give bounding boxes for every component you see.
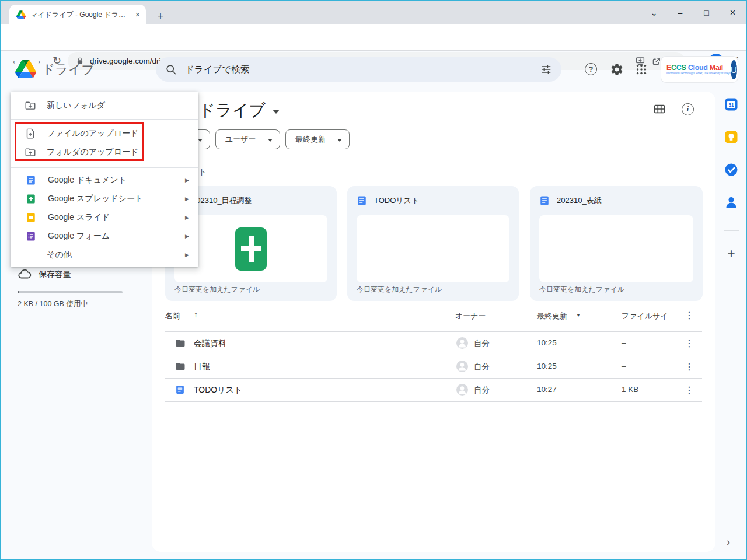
storage-progress-track xyxy=(18,291,123,293)
owner-name: 自分 xyxy=(474,385,490,396)
menu-item-label: 新しいフォルダ xyxy=(47,100,105,111)
slides-icon xyxy=(25,212,37,223)
docs-icon xyxy=(357,195,367,206)
menu-item-google-slides[interactable]: Google スライド ▶ xyxy=(11,208,198,227)
menu-item-google-docs[interactable]: Google ドキュメント ▶ xyxy=(11,171,198,190)
drive-logo-icon[interactable] xyxy=(15,60,36,78)
table-row[interactable]: 日報 自分 10:25 – ⋮ xyxy=(165,355,702,378)
browser-toolbar: ← → ↻ drive.google.com/drive/my-drive ☆ … xyxy=(1,24,746,51)
window-chevron-icon[interactable]: ⌄ xyxy=(641,1,667,24)
settings-gear-icon[interactable] xyxy=(610,62,624,76)
divider xyxy=(11,167,198,168)
account-badge[interactable]: ECCS Cloud Mail Information Technology C… xyxy=(661,57,738,82)
row-more-icon[interactable]: ⋮ xyxy=(685,338,694,349)
column-header-size[interactable]: ファイルサイ xyxy=(622,311,668,321)
drive-product-name: ドライブ xyxy=(42,61,95,78)
new-folder-icon xyxy=(25,100,36,111)
file-size: – xyxy=(622,338,626,347)
svg-text:31: 31 xyxy=(728,103,734,108)
file-size: – xyxy=(622,362,626,370)
row-more-icon[interactable]: ⋮ xyxy=(685,361,694,372)
owner-avatar xyxy=(456,337,468,349)
tab-close-icon[interactable]: × xyxy=(134,10,141,19)
hide-side-panel-icon[interactable]: › xyxy=(727,536,730,548)
modified-time: 10:27 xyxy=(537,385,557,394)
chip-label: 最終更新 xyxy=(295,134,326,145)
drive-account-avatar[interactable]: U xyxy=(731,60,737,79)
menu-item-more[interactable]: その他 ▶ xyxy=(11,246,198,264)
browser-tab[interactable]: マイドライブ - Google ドライブ × xyxy=(9,5,146,24)
column-settings-icon[interactable]: ⋮ xyxy=(685,310,694,321)
annotation-highlight-box xyxy=(15,123,144,161)
window-close-button[interactable]: × xyxy=(720,1,746,24)
suggested-card[interactable]: 202310_表紙 今日変更を加えたファイル xyxy=(530,186,703,301)
help-icon[interactable]: ? xyxy=(585,63,597,75)
filter-chip-user[interactable]: ユーザー xyxy=(215,130,280,149)
owner-avatar xyxy=(456,384,468,396)
suggested-card[interactable]: TODOリスト 今日変更を加えたファイル xyxy=(347,186,519,301)
divider xyxy=(165,401,702,402)
get-addons-icon[interactable]: + xyxy=(724,247,738,261)
sort-ascending-icon[interactable]: ↑ xyxy=(194,310,198,319)
filter-chip-modified[interactable]: 最終更新 xyxy=(285,130,350,149)
window-titlebar: マイドライブ - Google ドライブ × + ⌄ – □ × xyxy=(1,1,746,24)
eccs-letter: C xyxy=(676,64,682,72)
row-more-icon[interactable]: ⋮ xyxy=(685,384,694,396)
keep-icon[interactable] xyxy=(724,130,738,144)
eccs-letter: C xyxy=(671,64,676,72)
file-name: 会議資料 xyxy=(194,338,226,349)
owner-name: 自分 xyxy=(474,338,490,349)
chevron-down-icon xyxy=(198,139,203,142)
apps-grid-icon[interactable] xyxy=(635,63,648,76)
submenu-arrow-icon: ▶ xyxy=(185,215,189,220)
window-maximize-button[interactable]: □ xyxy=(693,1,720,24)
chevron-down-icon xyxy=(268,139,273,142)
card-reason: 今日変更を加えたファイル xyxy=(357,285,442,295)
menu-item-google-sheets[interactable]: Google スプレッドシート ▶ xyxy=(11,190,198,208)
tab-title: マイドライブ - Google ドライブ xyxy=(30,10,130,20)
eccs-letter: E xyxy=(666,64,671,72)
card-thumbnail xyxy=(539,215,693,282)
eccs-letter: S xyxy=(682,64,686,72)
card-reason: 今日変更を加えたファイル xyxy=(174,285,260,295)
eccs-subtitle: Information Technology Center, The Unive… xyxy=(666,72,731,75)
window-minimize-button[interactable]: – xyxy=(667,1,693,24)
card-thumbnail xyxy=(357,215,509,282)
divider xyxy=(11,119,198,120)
screenshot-root: マイドライブ - Google ドライブ × + ⌄ – □ × ← → ↻ d… xyxy=(0,0,747,560)
sheets-logo-thumbnail xyxy=(235,228,267,271)
menu-item-google-forms[interactable]: Google フォーム ▶ xyxy=(11,227,198,246)
menu-item-label: Google ドキュメント xyxy=(48,175,127,186)
cloud-icon xyxy=(18,267,32,281)
docs-icon xyxy=(539,195,550,206)
tasks-icon[interactable] xyxy=(724,163,738,177)
menu-item-new-folder[interactable]: 新しいフォルダ xyxy=(11,96,198,116)
submenu-arrow-icon: ▶ xyxy=(185,196,189,202)
eccs-logo: ECCS Cloud Mail Information Technology C… xyxy=(666,64,731,75)
file-size: 1 KB xyxy=(622,385,638,394)
table-row[interactable]: TODOリスト 自分 10:27 1 KB ⋮ xyxy=(165,378,702,401)
storage-progress-fill xyxy=(18,291,19,293)
search-options-icon[interactable] xyxy=(540,64,552,75)
folder-icon xyxy=(175,338,186,348)
table-row[interactable]: 会議資料 自分 10:25 – ⋮ xyxy=(165,331,702,355)
search-bar[interactable]: ドライブで検索 xyxy=(156,57,561,82)
share-icon[interactable] xyxy=(651,56,662,66)
contacts-icon[interactable] xyxy=(724,195,738,209)
calendar-icon[interactable]: 31 xyxy=(724,97,738,111)
storage-label[interactable]: 保存容量 xyxy=(39,270,71,280)
column-header-name[interactable]: 名前 xyxy=(165,311,180,321)
info-icon[interactable]: i xyxy=(682,103,694,116)
new-menu: 新しいフォルダ ファイルのアップロード フォルダのアップロード Google ド… xyxy=(11,92,198,267)
menu-item-label: その他 xyxy=(47,250,72,260)
modified-time: 10:25 xyxy=(537,362,557,370)
card-title: TODOリスト xyxy=(374,195,419,206)
grid-view-icon[interactable] xyxy=(653,103,666,116)
menu-item-label: Google フォーム xyxy=(48,231,110,242)
column-header-owner[interactable]: オーナー xyxy=(455,311,486,321)
new-tab-button[interactable]: + xyxy=(153,9,168,24)
column-header-modified[interactable]: 最終更新 xyxy=(537,311,567,321)
folder-icon xyxy=(175,361,186,372)
docs-icon xyxy=(25,175,37,186)
search-input[interactable]: ドライブで検索 xyxy=(185,64,532,76)
